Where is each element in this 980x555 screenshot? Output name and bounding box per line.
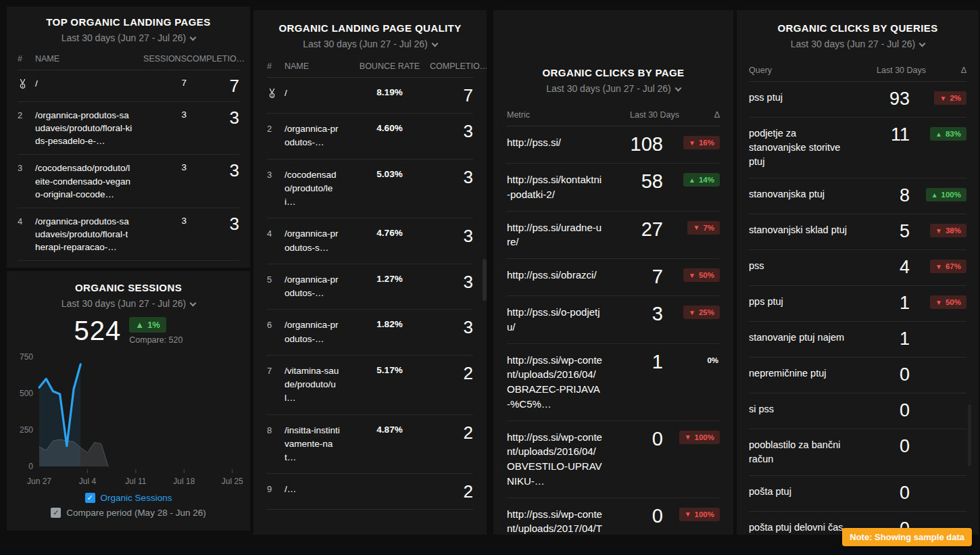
table-row[interactable]: stanovanje ptuj najem 1 — [749, 322, 966, 358]
page-url-link[interactable]: http://pss.si/o-podjetju/ — [507, 305, 609, 335]
rank-number: 2 — [18, 110, 22, 120]
table-row[interactable]: pss 4 ▼67% — [749, 250, 966, 286]
table-row[interactable]: nepremičnine ptuj 0 — [749, 358, 966, 393]
table-row[interactable]: pps ptuj 1 ▼50% — [749, 286, 966, 322]
table-row[interactable]: pooblastilo za bančni račun 0 — [749, 429, 966, 476]
rank-cell: 1 5 — [267, 273, 285, 285]
rank-cell: 1 6 — [267, 318, 285, 330]
kpi-side: ▲1% Compare: 520 — [129, 317, 182, 345]
table-row[interactable]: http://pss.si/obrazci/ 7 ▼50% — [507, 259, 720, 296]
table-row[interactable]: http://pss.si/o-podjetju/ 3 ▼25% — [507, 296, 720, 344]
completions-value: 7 — [430, 87, 473, 104]
clicks-value: 0 — [856, 484, 910, 502]
rank-cell: 1 3 — [18, 162, 35, 173]
table-row[interactable]: 1 4 /organnica-produtos-saudaveis/produt… — [18, 208, 239, 261]
table-row[interactable]: 1 2 /organnica-produtos-… 4.60% 3 — [267, 114, 473, 160]
page-url-link[interactable]: http://pss.si/ — [507, 135, 609, 150]
query-text: pps ptuj — [749, 295, 856, 309]
delta-badge: ▲83% — [930, 127, 966, 141]
page-url-link[interactable]: http://pss.si/kontaktni-podatki-2/ — [507, 172, 609, 202]
table-row[interactable]: pss ptuj 93 ▼2% — [749, 82, 966, 118]
table-row[interactable]: 1 7 /vitamina-saude/produto/ul… 5.17% 2 — [267, 356, 473, 415]
table-row[interactable]: 1 3 /cocodensado/produto/leite-condensad… — [18, 155, 239, 208]
landing-page-link[interactable]: / — [35, 77, 139, 90]
table-row[interactable]: 1 3 /cocodensado/produto/lei… 5.03% 3 — [267, 160, 473, 219]
legend-organic-sessions[interactable]: ✓ Organic Sessions — [16, 493, 241, 503]
table-header: # NAME BOUNCE RATE COMPLETIO… — [267, 62, 473, 78]
table-row[interactable]: 1 4 /organnica-produtos-s… 4.76% 3 — [267, 218, 473, 264]
date-range-dropdown[interactable]: Last 30 days (Jun 27 - Jul 26) — [18, 32, 239, 43]
scrollbar-thumb[interactable] — [968, 404, 971, 466]
completions-value: 3 — [187, 109, 239, 126]
landing-page-link[interactable]: /organnica-produtos-saudaveis/produto/fl… — [35, 215, 139, 254]
col-completions: COMPLETIO… — [187, 54, 239, 64]
date-range-dropdown[interactable]: Last 30 days (Jun 27 - Jul 26) — [507, 83, 720, 94]
table-row[interactable]: si pss 0 — [749, 393, 966, 429]
table-row[interactable]: http://pss.si/kontaktni-podatki-2/ 58 ▲1… — [507, 164, 720, 212]
rank-number: 6 — [267, 320, 272, 330]
table-row[interactable]: 1 1 / 7 7 — [18, 70, 239, 102]
table-row[interactable]: 1 9 /… 2 — [267, 474, 473, 510]
landing-page-link[interactable]: / — [285, 87, 349, 100]
col-delta: Δ — [926, 66, 966, 75]
page-url-link[interactable]: http://pss.si/uradne-ure/ — [507, 220, 609, 250]
rank-number: 2 — [267, 124, 272, 134]
table-row[interactable]: http://pss.si/wp-content/uploads/2017/04… — [507, 498, 720, 535]
chevron-down-icon — [675, 85, 681, 92]
sessions-line-chart[interactable]: 0250500750Jun 27Jul 4Jul 11Jul 18Jul 25 — [16, 352, 243, 488]
landing-page-link[interactable]: /organnica-produtos-… — [285, 273, 349, 301]
date-range-dropdown[interactable]: Last 30 days (Jun 27 - Jul 26) — [749, 39, 966, 49]
landing-page-link[interactable]: /insitta-instintivamente-nat… — [285, 424, 349, 465]
checkbox-checked-icon[interactable]: ✓ — [85, 493, 95, 503]
landing-page-link[interactable]: /cocodensado/produto/lei… — [285, 168, 349, 210]
col-rank: # — [18, 54, 35, 64]
svg-text:1: 1 — [22, 84, 24, 88]
delta-value: 100% — [695, 433, 714, 441]
page-url-link[interactable]: http://pss.si/wp-content/uploads/2016/04… — [507, 353, 609, 412]
dashboard: TOP ORGANIC LANDING PAGES Last 30 days (… — [0, 0, 980, 555]
scrollbar-thumb[interactable] — [483, 259, 487, 301]
svg-text:250: 250 — [20, 425, 33, 435]
table-row[interactable]: http://pss.si/uradne-ure/ 27 ▼7% — [507, 212, 720, 260]
sessions-value: 3 — [139, 162, 187, 172]
query-text: pss — [749, 259, 856, 273]
landing-page-link[interactable]: /cocodensado/produto/leite-condensado-ve… — [35, 162, 139, 200]
table-header: Query Last 30 Days Δ — [749, 66, 966, 82]
legend-compare-period[interactable]: ✓ Compare period (May 28 - Jun 26) — [16, 508, 241, 518]
table-row[interactable]: 1 2 /organnica-produtos-saudaveis/produt… — [18, 102, 239, 155]
delta-value: 1% — [147, 320, 160, 330]
page-url-link[interactable]: http://pss.si/obrazci/ — [507, 268, 609, 283]
table-row[interactable]: http://pss.si/wp-content/uploads/2016/04… — [507, 421, 720, 498]
bounce-rate-value: 4.60% — [349, 122, 430, 133]
clicks-value: 58 — [609, 172, 663, 191]
landing-page-link[interactable]: /… — [285, 483, 349, 496]
page-url-link[interactable]: http://pss.si/wp-content/uploads/2017/04… — [507, 507, 609, 535]
table-row[interactable]: pošta ptuj 0 — [749, 476, 966, 512]
bounce-rate-value: 5.17% — [349, 364, 430, 375]
landing-page-link[interactable]: /vitamina-saude/produto/ul… — [285, 364, 349, 406]
clicks-value: 108 — [609, 135, 663, 154]
table-row[interactable]: http://pss.si/wp-content/uploads/2016/04… — [507, 344, 720, 421]
table-row[interactable]: 1 5 /organnica-produtos-saudaveis/produt… — [18, 261, 239, 268]
completions-value: 2 — [430, 424, 473, 441]
table-row[interactable]: 1 8 /insitta-instintivamente-nat… 4.87% … — [267, 415, 473, 475]
date-range-dropdown[interactable]: Last 30 days (Jun 27 - Jul 26) — [16, 298, 241, 309]
landing-page-link[interactable]: /organnica-produtos-… — [285, 122, 349, 150]
table-row[interactable]: http://pss.si/ 108 ▼16% — [507, 126, 720, 164]
landing-page-link[interactable]: /organnica-produtos-saudaveis/produto/fl… — [35, 109, 139, 147]
col-completions: COMPLETIO… — [430, 62, 473, 71]
landing-page-link[interactable]: /organnica-produtos-… — [285, 318, 349, 346]
table-row[interactable]: 1 6 /organnica-produtos-… 1.82% 3 — [267, 310, 473, 356]
table-row[interactable]: podjetje za stanovanjske storitve ptuj 1… — [749, 118, 966, 178]
checkbox-checked-icon[interactable]: ✓ — [51, 508, 61, 518]
landing-page-link[interactable]: /organnica-produtos-s… — [285, 227, 349, 255]
date-range-dropdown[interactable]: Last 30 days (Jun 27 - Jul 26) — [267, 39, 473, 49]
table-row[interactable]: 1 5 /organnica-produtos-… 1.27% 3 — [267, 264, 473, 310]
col-query: Query — [749, 66, 872, 75]
completions-value: 3 — [430, 273, 473, 291]
table-row[interactable]: 1 1 / 8.19% 7 — [267, 78, 473, 114]
table-row[interactable]: stanovanjska ptuj 8 ▲100% — [749, 178, 966, 214]
page-url-link[interactable]: http://pss.si/wp-content/uploads/2016/04… — [507, 430, 609, 489]
table-row[interactable]: stanovanjski sklad ptuj 5 ▼38% — [749, 214, 966, 250]
widget-organic-clicks-by-queries: ORGANIC CLICKS BY QUERIES Last 30 days (… — [737, 10, 979, 535]
